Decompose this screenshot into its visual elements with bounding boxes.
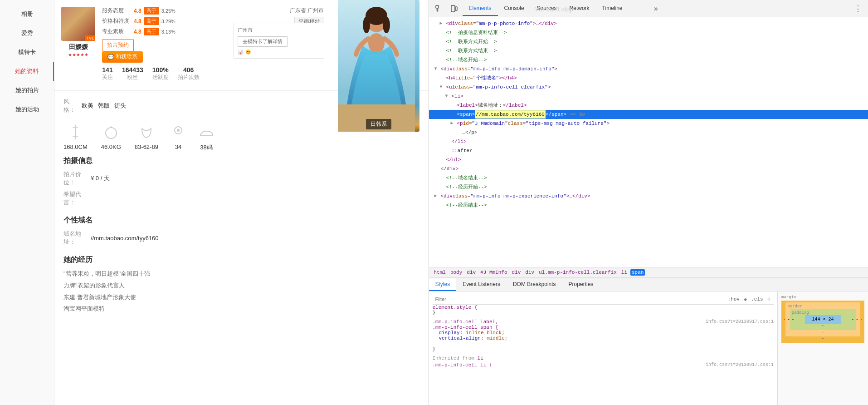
breadcrumb-div-1[interactable]: div <box>465 269 477 276</box>
border-label: border <box>787 304 858 309</box>
tab-network[interactable]: Network <box>563 1 596 16</box>
tree-line: ▶ <div class="mm-p-p-photo-info">…</div> <box>429 19 868 28</box>
sidebar-item-album[interactable]: 相册 <box>0 5 54 24</box>
box-model-panel: margin - border - padding <box>777 291 868 405</box>
styles-rules: :hov ◆ .cls + element.style { } .mm-p-in… <box>429 291 778 405</box>
ratings-section: 服务态度 4.8 高于 3.25% 价格相符度 4.8 高于 3.29% 专业素… <box>102 7 200 84</box>
count-shoots-label: 拍片次数 <box>178 74 200 80</box>
detail-info-box: 广州市 去模特卡了解详情 📊 😊 <box>234 23 324 59</box>
breadcrumb-div-3[interactable]: div <box>524 269 536 276</box>
measurement-shoes: 38码 <box>198 123 215 152</box>
tree-line: <label>域名地址：</label> <box>429 101 868 110</box>
measurement-height: 168.0CM <box>63 123 88 152</box>
border-box: border - padding - 144 × 24 <box>785 302 860 336</box>
tree-line: ::after <box>429 146 868 155</box>
css-rule-element-style: element.style { } <box>433 305 774 316</box>
expand-icon[interactable]: ▼ <box>434 65 441 73</box>
css-source-link[interactable]: info.css?t=20130917.css:1 <box>706 319 774 324</box>
border-right: - <box>856 317 858 322</box>
style-label: 风 格： <box>63 98 82 114</box>
breadcrumb-html[interactable]: html <box>433 269 447 276</box>
styles-tab-properties[interactable]: Properties <box>562 278 600 291</box>
style-tag-2-val: 街头 <box>114 102 126 110</box>
css-rule-inherited-li: .mm-p-info-cell li { info.css?t=20130917… <box>433 362 774 368</box>
breadcrumb-li[interactable]: li <box>620 269 629 276</box>
count-fans-num: 164433 <box>122 66 143 74</box>
inspect-icon[interactable] <box>433 2 445 15</box>
expand-icon[interactable]: ▶ <box>451 119 457 128</box>
tab-elements[interactable]: Elements <box>463 1 498 16</box>
domain-section: 个性域名 域名地址： //mm.taobao.com/tyy6160 <box>63 216 419 246</box>
svg-rect-14 <box>436 5 439 8</box>
cls-button[interactable]: .cls <box>749 296 765 303</box>
filter-input[interactable] <box>435 296 724 302</box>
count-activity-label: 活跃度 <box>152 74 169 80</box>
add-rule-button[interactable]: + <box>767 296 771 303</box>
bust-value: 83-62-89 <box>135 143 158 150</box>
count-follow: 141 关注 <box>102 66 113 81</box>
shoot-section: 拍摄信息 拍片价位： ¥ 0 / 天 希望代言： <box>63 156 419 207</box>
breadcrumb-div-2[interactable]: div <box>511 269 522 276</box>
shoes-value: 38码 <box>200 144 212 151</box>
svg-point-10 <box>106 128 117 138</box>
count-fans: 164433 粉丝 <box>122 66 143 81</box>
expand-icon[interactable]: ▼ <box>440 83 446 91</box>
expand-icon[interactable]: ▶ <box>434 192 441 200</box>
history-title: 她的经历 <box>63 255 419 265</box>
content-box: 144 × 24 <box>805 315 841 324</box>
styles-tab-dom-breakpoints[interactable]: DOM Breakpoints <box>507 278 562 291</box>
breadcrumb-span[interactable]: span <box>630 269 645 276</box>
tree-line: <!--域名开始--> <box>429 55 868 64</box>
sidebar-item-model-card[interactable]: 模特卡 <box>0 43 54 62</box>
tab-sources[interactable]: Sources <box>531 1 563 16</box>
svg-rect-17 <box>451 5 455 12</box>
appointment-button[interactable]: 拍片预约 <box>102 39 134 51</box>
rating-label-service: 服务态度 <box>102 7 134 15</box>
styles-tab-event-listeners[interactable]: Event Listeners <box>456 278 507 291</box>
more-tabs-button[interactable]: » <box>652 2 660 15</box>
styles-content: :hov ◆ .cls + element.style { } .mm-p-in… <box>429 291 868 405</box>
weight-value: 46.0KG <box>101 143 121 150</box>
measurement-age: 34 <box>172 123 185 152</box>
breadcrumb-ul[interactable]: ul.mm-p-info-cell.clearfix <box>537 269 618 276</box>
margin-right: - <box>860 317 863 322</box>
device-icon[interactable] <box>448 2 460 15</box>
padding-left: - <box>792 317 794 322</box>
history-section: 她的经历 "营养果粒，明日超模"全国四十强 力牌"衣架的形象代言人 东建.普君新… <box>63 255 419 314</box>
goto-card-button[interactable]: 去模特卡了解详情 <box>238 36 288 47</box>
tree-line: ▼ <div class="mm-p-info mm-p-domain-info… <box>429 64 868 74</box>
location-text: 广东省 广州市 <box>290 7 324 14</box>
sidebar-item-her-shoots[interactable]: 她的拍片 <box>0 81 54 100</box>
hov-button[interactable]: :hov <box>726 296 741 303</box>
tab-timeline[interactable]: Timeline <box>596 1 629 16</box>
css-source-link-2[interactable]: info.css?t=20130917.css:1 <box>706 362 774 367</box>
sidebar-item-aixiu[interactable]: 爱秀 <box>0 24 54 43</box>
breadcrumb-body[interactable]: body <box>449 269 463 276</box>
photo-tag: 日韩系 <box>366 119 391 129</box>
contact-button[interactable]: 💬 和我联系 <box>102 51 143 63</box>
devtools-settings-icon[interactable]: ⋮ <box>852 1 864 16</box>
sidebar-item-her-activities[interactable]: 她的活动 <box>0 100 54 119</box>
margin-label: margin <box>781 295 864 300</box>
style-tags: 欧美 韩版 街头 <box>82 102 126 110</box>
breadcrumb-J_MmInfo[interactable]: #J_MmInfo <box>479 269 508 276</box>
sidebar-item-her-info[interactable]: 她的资料 <box>0 62 54 81</box>
vip-badge: ★★★★★ <box>68 51 88 58</box>
svg-rect-18 <box>455 7 457 10</box>
padding-right: - <box>852 317 854 322</box>
style-tag-1-val: 韩版 <box>98 102 110 110</box>
tree-line: </div> <box>429 164 868 173</box>
tree-line: ▼ <ul class="mm-p-info-cell clearfix"> <box>429 83 868 92</box>
padding-bottom: - <box>822 324 824 328</box>
tab-console[interactable]: Console <box>498 1 531 16</box>
expand-icon[interactable]: ▶ <box>440 20 446 28</box>
tree-line-selected[interactable]: <span>//mm.taobao.com/tyy6160</span> == … <box>429 110 868 119</box>
padding-label: padding <box>792 311 854 315</box>
inherited-from-link[interactable]: li <box>478 356 483 361</box>
shoot-title: 拍摄信息 <box>63 156 419 166</box>
tree-line: …</p> <box>429 128 868 137</box>
expand-icon[interactable]: ▼ <box>445 92 452 100</box>
tree-line: ▼ <li> <box>429 92 868 101</box>
tree-line: </li> <box>429 137 868 146</box>
styles-tab-styles[interactable]: Styles <box>429 278 457 291</box>
